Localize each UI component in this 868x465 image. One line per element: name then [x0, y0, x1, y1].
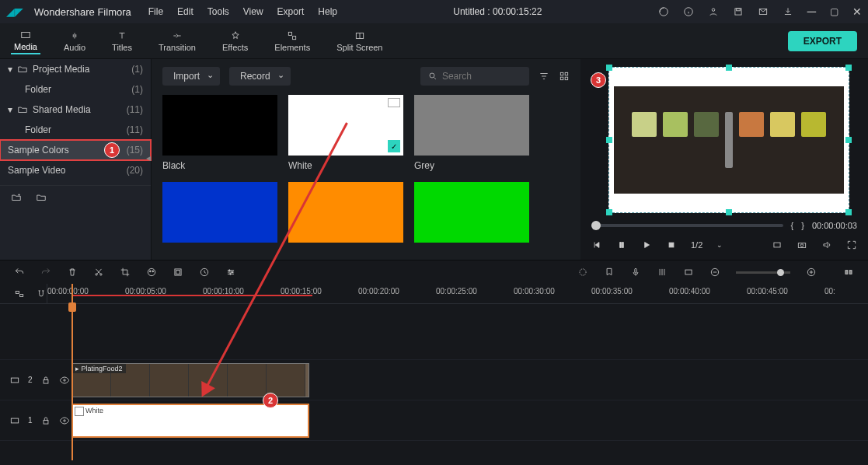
swatch-white[interactable]: ✓White: [288, 95, 403, 171]
quality-icon[interactable]: [772, 239, 783, 250]
resize-handle[interactable]: [726, 65, 732, 71]
tab-titles[interactable]: Titles: [109, 29, 135, 54]
sidebar-item-folder[interactable]: Folder (1): [0, 79, 151, 100]
lock-icon[interactable]: [40, 375, 51, 386]
zoom-fit-icon[interactable]: [843, 267, 854, 278]
visibility-icon[interactable]: [59, 375, 70, 386]
track-2[interactable]: ▸ PlatingFood2: [70, 360, 868, 400]
tab-audio[interactable]: Audio: [61, 29, 89, 54]
resize-handle[interactable]: [845, 209, 852, 215]
sidebar-item-sample-video[interactable]: Sample Video (20): [0, 160, 151, 180]
svg-rect-7: [289, 32, 292, 35]
menu-view[interactable]: View: [243, 6, 263, 17]
playhead[interactable]: [71, 284, 73, 460]
tab-effects[interactable]: Effects: [219, 29, 251, 54]
swatch-orange[interactable]: [288, 182, 403, 243]
sidebar-item-folder[interactable]: Folder (11): [0, 120, 151, 140]
tab-media[interactable]: Media: [11, 28, 40, 54]
search-field[interactable]: [442, 71, 521, 82]
lock-icon[interactable]: [40, 415, 51, 426]
prev-frame-icon[interactable]: [591, 239, 602, 250]
render-icon[interactable]: [683, 267, 694, 278]
resize-handle[interactable]: [606, 209, 612, 215]
voiceover-icon[interactable]: [630, 267, 641, 278]
collapse-handle-icon[interactable]: ◂: [146, 152, 151, 163]
speed-icon[interactable]: [199, 267, 210, 278]
image-icon: [388, 98, 400, 107]
tab-transition[interactable]: Transition: [155, 29, 199, 54]
menu-tools[interactable]: Tools: [207, 6, 229, 17]
search-input[interactable]: [420, 67, 529, 86]
account-icon[interactable]: [708, 6, 719, 17]
zoom-out-icon[interactable]: [709, 267, 720, 278]
resize-handle[interactable]: [726, 209, 732, 215]
color-icon[interactable]: [146, 267, 157, 278]
new-folder-icon[interactable]: [11, 192, 22, 203]
magnet-icon[interactable]: [36, 288, 47, 299]
preview-canvas[interactable]: 3: [608, 67, 849, 213]
menu-export[interactable]: Export: [277, 6, 305, 17]
import-dropdown[interactable]: Import: [162, 67, 220, 86]
preview-scrubber[interactable]: [591, 224, 783, 227]
track-1[interactable]: White 2: [70, 400, 868, 441]
green-screen-icon[interactable]: [173, 267, 183, 278]
info-icon[interactable]: [683, 6, 694, 17]
track-manage-icon[interactable]: [14, 288, 25, 299]
delete-icon[interactable]: [67, 267, 78, 278]
swatch-blue[interactable]: [162, 182, 277, 243]
tab-split-screen[interactable]: Split Screen: [333, 29, 385, 54]
maximize-button[interactable]: ▢: [830, 6, 838, 17]
volume-icon[interactable]: [821, 239, 832, 250]
chevron-down-icon[interactable]: ⌄: [716, 241, 723, 249]
support-icon[interactable]: [658, 6, 669, 17]
track-empty[interactable]: [70, 304, 868, 360]
tab-elements[interactable]: Elements: [271, 29, 313, 54]
cut-icon[interactable]: [93, 267, 104, 278]
undo-icon[interactable]: [14, 267, 25, 278]
mail-icon[interactable]: [758, 6, 769, 17]
swatch-grey[interactable]: Grey: [414, 95, 529, 171]
minimize-button[interactable]: ─: [807, 5, 816, 19]
clip-platingfood2[interactable]: ▸ PlatingFood2: [71, 363, 309, 397]
zoom-ratio[interactable]: 1/2: [691, 240, 702, 250]
resize-handle[interactable]: [606, 65, 612, 71]
marker-icon[interactable]: [604, 267, 615, 278]
zoom-in-icon[interactable]: [806, 267, 817, 278]
sidebar-item-project-media[interactable]: ▾ Project Media (1): [0, 59, 151, 79]
zoom-slider[interactable]: [736, 271, 790, 274]
folder-icon[interactable]: [36, 192, 47, 203]
menu-edit[interactable]: Edit: [177, 6, 193, 17]
fullscreen-icon[interactable]: [846, 239, 857, 250]
filter-icon[interactable]: [539, 71, 549, 82]
track-head-1[interactable]: 1: [0, 400, 70, 441]
export-button[interactable]: EXPORT: [788, 31, 857, 51]
download-icon[interactable]: [783, 6, 793, 17]
svg-point-44: [63, 419, 64, 421]
menu-file[interactable]: File: [148, 6, 163, 17]
swatch-black[interactable]: Black: [162, 95, 277, 171]
mix-icon[interactable]: [577, 267, 588, 278]
save-icon[interactable]: [733, 6, 744, 17]
visibility-icon[interactable]: [59, 415, 70, 426]
record-dropdown[interactable]: Record: [229, 67, 291, 86]
settings-icon[interactable]: [225, 267, 236, 278]
audio-mixer-icon[interactable]: [657, 267, 668, 278]
clip-white[interactable]: White: [71, 404, 309, 438]
sidebar-item-sample-colors[interactable]: Sample Colors 1 (15): [0, 140, 151, 160]
resize-handle[interactable]: [845, 65, 852, 71]
grid-view-icon[interactable]: [559, 71, 570, 82]
redo-icon[interactable]: [40, 267, 51, 278]
close-button[interactable]: ✕: [852, 5, 862, 18]
stop-square-icon[interactable]: [666, 239, 677, 250]
resize-handle[interactable]: [845, 137, 852, 143]
stop-icon[interactable]: [616, 239, 627, 250]
resize-handle[interactable]: [606, 137, 612, 143]
timeline-ruler[interactable]: 00:00:00:00 00:00:05:00 00:00:10:00 00:0…: [0, 284, 868, 304]
snapshot-icon[interactable]: [797, 239, 807, 250]
crop-icon[interactable]: [120, 267, 131, 278]
track-head-2[interactable]: 2: [0, 360, 70, 400]
sidebar-item-shared-media[interactable]: ▾ Shared Media (11): [0, 100, 151, 120]
swatch-green[interactable]: [414, 182, 529, 243]
menu-help[interactable]: Help: [318, 6, 337, 17]
play-icon[interactable]: [641, 239, 652, 250]
